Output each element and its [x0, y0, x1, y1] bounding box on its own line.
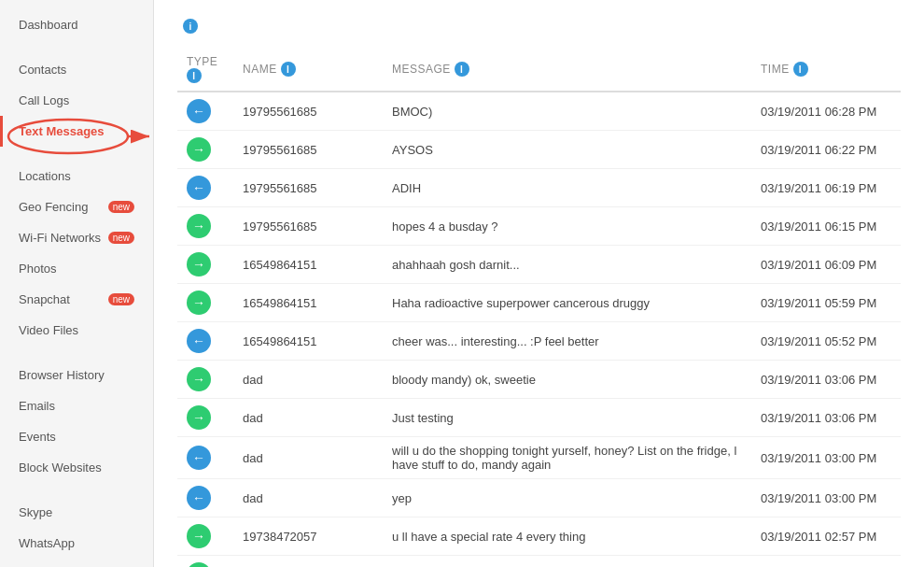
- table-row: →dadJust testing03/19/2011 03:06 PM: [177, 399, 901, 437]
- cell-type: →: [177, 361, 233, 399]
- cell-type: →: [177, 284, 233, 322]
- cell-time: 03/19/2011 03:06 PM: [751, 361, 901, 399]
- cell-message: seeya: [383, 556, 751, 568]
- sidebar-item-locations[interactable]: Locations: [0, 161, 153, 191]
- incoming-icon: ←: [187, 329, 211, 353]
- sidebar-item-wi-fi-networks[interactable]: Wi-Fi Networksnew: [0, 222, 153, 253]
- cell-type: ←: [177, 479, 233, 517]
- outgoing-icon: →: [187, 137, 211, 162]
- sidebar-item-label: Text Messages: [19, 124, 105, 138]
- outgoing-icon: →: [187, 524, 211, 548]
- sidebar-item-video-files[interactable]: Video Files: [0, 315, 153, 346]
- main-content: i TYPE i NAME i MESSAGE i TIME i ←197955…: [154, 0, 924, 567]
- sidebar-item-label: Events: [19, 430, 56, 444]
- cell-message: ADIH: [383, 169, 751, 207]
- sidebar-item-browser-history[interactable]: Browser History: [0, 360, 153, 390]
- time-info-icon[interactable]: i: [793, 62, 808, 77]
- cell-time: 03/19/2011 03:00 PM: [751, 437, 901, 479]
- sidebar-item-label: Video Files: [19, 323, 78, 337]
- incoming-icon: ←: [187, 446, 211, 470]
- cell-type: →: [177, 556, 233, 568]
- cell-type: →: [177, 399, 233, 437]
- sidebar-item-call-logs[interactable]: Call Logs: [0, 85, 153, 116]
- sidebar-item-label: Locations: [19, 169, 71, 183]
- sidebar-item-label: Wi-Fi Networks: [19, 231, 101, 245]
- new-badge: new: [108, 201, 134, 213]
- sidebar-item-photos[interactable]: Photos: [0, 253, 153, 284]
- cell-message: ahahhaah gosh darnit...: [383, 246, 751, 284]
- cell-message: AYSOS: [383, 131, 751, 169]
- table-row: →19795561685AYSOS03/19/2011 06:22 PM: [177, 131, 901, 169]
- cell-message: cheer was... interesting... :P feel bett…: [383, 322, 751, 361]
- sidebar-item-label: Dashboard: [19, 18, 78, 32]
- sidebar-item-label: Geo Fencing: [19, 200, 88, 214]
- sidebar-item-skype[interactable]: Skype: [0, 497, 153, 528]
- sidebar-item-dashboard[interactable]: Dashboard: [0, 9, 153, 40]
- outgoing-icon: →: [187, 291, 211, 315]
- type-info-icon[interactable]: i: [187, 68, 202, 83]
- col-header-type: TYPE i: [177, 48, 233, 92]
- cell-message: will u do the shopping tonight yurself, …: [383, 437, 751, 479]
- cell-type: ←: [177, 437, 233, 479]
- outgoing-icon: →: [187, 562, 211, 567]
- cell-message: yep: [383, 479, 751, 517]
- cell-time: 03/19/2011 06:19 PM: [751, 169, 901, 207]
- title-info-icon[interactable]: i: [183, 19, 198, 34]
- sidebar-item-label: Photos: [19, 262, 56, 276]
- table-row: ←dadwill u do the shopping tonight yurse…: [177, 437, 901, 479]
- outgoing-icon: →: [187, 367, 211, 391]
- table-row: ←19795561685BMOC)03/19/2011 06:28 PM: [177, 92, 901, 131]
- cell-name: 19795561685: [233, 207, 383, 246]
- cell-time: 03/19/2011 06:15 PM: [751, 207, 901, 246]
- cell-time: 03/19/2011 02:57 PM: [751, 556, 901, 568]
- outgoing-icon: →: [187, 214, 211, 238]
- col-header-name: NAME i: [233, 48, 383, 92]
- sidebar-item-contacts[interactable]: Contacts: [0, 54, 153, 85]
- cell-name: 16549864151: [233, 246, 383, 284]
- cell-time: 03/19/2011 03:00 PM: [751, 479, 901, 517]
- sidebar-item-label: Skype: [19, 505, 52, 519]
- cell-type: ←: [177, 92, 233, 131]
- cell-time: 03/19/2011 05:59 PM: [751, 284, 901, 322]
- table-row: ←19795561685ADIH03/19/2011 06:19 PM: [177, 169, 901, 207]
- new-badge: new: [108, 232, 134, 244]
- cell-time: 03/19/2011 03:06 PM: [751, 399, 901, 437]
- cell-name: 19795561685: [233, 131, 383, 169]
- cell-type: ←: [177, 169, 233, 207]
- table-row: ←16549864151cheer was... interesting... …: [177, 322, 901, 361]
- new-badge: new: [108, 293, 134, 305]
- cell-name: 19795561685: [233, 169, 383, 207]
- cell-message: BMOC): [383, 92, 751, 131]
- table-row: →16549864151Haha radioactive superpower …: [177, 284, 901, 322]
- cell-name: 19738472057: [233, 556, 383, 568]
- sidebar-item-block-websites[interactable]: Block Websites: [0, 452, 153, 483]
- cell-time: 03/19/2011 06:09 PM: [751, 246, 901, 284]
- cell-name: dad: [233, 361, 383, 399]
- cell-message: u ll have a special rate 4 every thing: [383, 517, 751, 556]
- name-info-icon[interactable]: i: [281, 62, 296, 77]
- sidebar-item-label: Call Logs: [19, 93, 69, 107]
- cell-name: dad: [233, 479, 383, 517]
- cell-name: dad: [233, 399, 383, 437]
- cell-name: 16549864151: [233, 284, 383, 322]
- cell-time: 03/19/2011 02:57 PM: [751, 517, 901, 556]
- sidebar-item-whatsapp[interactable]: WhatsApp: [0, 528, 153, 559]
- cell-message: bloody mandy) ok, sweetie: [383, 361, 751, 399]
- sidebar-item-geo-fencing[interactable]: Geo Fencingnew: [0, 191, 153, 222]
- table-row: →dadbloody mandy) ok, sweetie03/19/2011 …: [177, 361, 901, 399]
- sidebar-item-text-messages[interactable]: Text Messages: [0, 116, 153, 147]
- sidebar-item-snapchat[interactable]: Snapchatnew: [0, 284, 153, 315]
- message-info-icon[interactable]: i: [455, 62, 469, 77]
- incoming-icon: ←: [187, 99, 211, 123]
- cell-name: dad: [233, 437, 383, 479]
- table-row: →16549864151ahahhaah gosh darnit...03/19…: [177, 246, 901, 284]
- cell-message: Just testing: [383, 399, 751, 437]
- outgoing-icon: →: [187, 252, 211, 276]
- col-header-message: MESSAGE i: [383, 48, 751, 92]
- cell-time: 03/19/2011 05:52 PM: [751, 322, 901, 361]
- sidebar-item-events[interactable]: Events: [0, 421, 153, 452]
- table-row: →19738472057u ll have a special rate 4 e…: [177, 517, 901, 556]
- sidebar-item-emails[interactable]: Emails: [0, 390, 153, 421]
- sidebar-item-label: Contacts: [19, 63, 66, 77]
- page-title: i: [177, 19, 901, 34]
